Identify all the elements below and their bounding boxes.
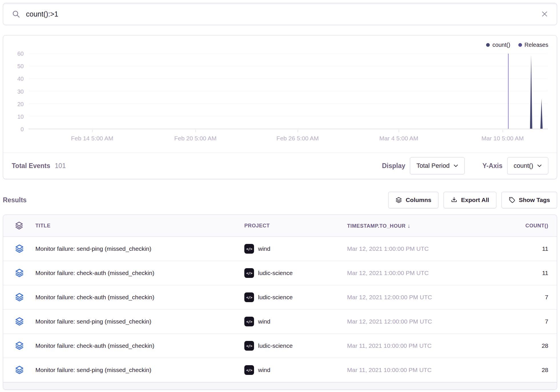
search-input[interactable]: count():>1	[26, 10, 541, 18]
timestamp-cell: Mar 11, 2021 10:00:00 PM UTC	[347, 342, 491, 349]
layers-icon	[395, 197, 402, 203]
x-tick-mark	[298, 130, 298, 132]
results-heading: Results	[3, 196, 27, 204]
platform-icon: </>	[244, 268, 254, 278]
count-cell: 7	[491, 318, 548, 325]
legend-label: Releases	[525, 42, 548, 48]
timestamp-cell: Mar 12, 2021 12:00:00 PM UTC	[347, 318, 491, 325]
columns-button[interactable]: Columns	[388, 192, 438, 208]
event-title: Monitor failure: send-ping (missed_check…	[35, 367, 244, 373]
export-all-button-label: Export All	[461, 197, 489, 203]
y-tick-label: 20	[3, 101, 24, 107]
event-title: Monitor failure: check-auth (missed_chec…	[35, 342, 244, 349]
total-events-label: Total Events	[12, 162, 50, 170]
column-header-project[interactable]: PROJECT	[244, 223, 347, 229]
layers-icon	[15, 244, 24, 254]
project-cell: </> wind	[244, 317, 347, 326]
y-tick-label: 60	[3, 50, 24, 57]
legend-item-releases[interactable]: Releases	[518, 42, 548, 48]
table-footer	[3, 382, 557, 390]
project-cell: </> ludic-science	[244, 341, 347, 351]
display-dropdown-value: Total Period	[416, 162, 450, 169]
sort-desc-icon: ↓	[407, 223, 410, 229]
columns-button-label: Columns	[406, 197, 431, 203]
event-title: Monitor failure: check-auth (missed_chec…	[35, 270, 244, 276]
chart-legend: count() Releases	[486, 42, 548, 48]
y-tick-label: 30	[3, 88, 24, 95]
clear-search-icon[interactable]	[541, 10, 548, 18]
x-tick-mark	[196, 130, 196, 132]
project-name: wind	[258, 245, 270, 252]
legend-label: count()	[492, 42, 510, 48]
export-all-button[interactable]: Export All	[444, 192, 496, 208]
layers-icon	[15, 341, 24, 351]
table-row[interactable]: Monitor failure: send-ping (missed_check…	[3, 310, 557, 334]
search-icon	[12, 10, 20, 18]
yaxis-dropdown[interactable]: count()	[507, 157, 548, 174]
event-title: Monitor failure: check-auth (missed_chec…	[35, 294, 244, 301]
x-tick-mark	[503, 130, 503, 132]
table-row[interactable]: Monitor failure: send-ping (missed_check…	[3, 237, 557, 261]
timestamp-cell: Mar 12, 2021 1:00:00 PM UTC	[347, 270, 491, 276]
x-axis-labels: Feb 14 5:00 AMFeb 20 5:00 AMFeb 26 5:00 …	[29, 130, 548, 146]
chevron-down-icon	[454, 164, 458, 167]
events-chart	[29, 54, 548, 129]
platform-icon: </>	[244, 244, 254, 254]
layers-icon	[15, 365, 24, 375]
count-series-dot-icon	[486, 43, 490, 47]
table-row[interactable]: Monitor failure: send-ping (missed_check…	[3, 358, 557, 382]
table-row[interactable]: Monitor failure: check-auth (missed_chec…	[3, 334, 557, 358]
count-cell: 28	[491, 367, 548, 373]
count-cell: 28	[491, 342, 548, 349]
project-name: ludic-science	[258, 342, 293, 349]
platform-icon: </>	[244, 292, 254, 302]
column-header-title[interactable]: TITLE	[35, 223, 244, 229]
show-tags-button[interactable]: Show Tags	[501, 192, 557, 208]
x-tick-mark	[92, 130, 92, 132]
platform-icon: </>	[244, 317, 254, 326]
table-row[interactable]: Monitor failure: check-auth (missed_chec…	[3, 285, 557, 310]
x-tick-mark	[399, 130, 399, 132]
event-title: Monitor failure: send-ping (missed_check…	[35, 245, 244, 252]
layers-icon	[15, 268, 24, 278]
y-axis-labels: 0102030405060	[3, 54, 24, 129]
chart-footer: Total Events 101 Display Total Period Y-…	[3, 153, 557, 179]
count-cell: 11	[491, 270, 548, 276]
count-cell: 7	[491, 294, 548, 301]
column-header-count[interactable]: COUNT()	[491, 223, 548, 229]
project-name: wind	[258, 367, 270, 373]
y-tick-label: 50	[3, 63, 24, 70]
table-row[interactable]: Monitor failure: check-auth (missed_chec…	[3, 261, 557, 285]
count-cell: 11	[491, 245, 548, 252]
display-label: Display	[382, 162, 405, 170]
tag-icon	[509, 197, 515, 203]
project-cell: </> wind	[244, 244, 347, 254]
project-cell: </> wind	[244, 365, 347, 375]
timestamp-cell: Mar 12, 2021 12:00:00 PM UTC	[347, 294, 491, 301]
project-name: wind	[258, 318, 270, 325]
plot-area[interactable]	[29, 54, 548, 129]
layers-icon	[15, 292, 24, 302]
y-tick-label: 10	[3, 113, 24, 120]
x-tick-label: Feb 20 5:00 AM	[174, 135, 216, 142]
show-tags-button-label: Show Tags	[519, 197, 550, 203]
yaxis-label: Y-Axis	[482, 162, 502, 170]
download-icon	[451, 197, 458, 203]
search-bar[interactable]: count():>1	[3, 3, 557, 25]
column-header-timestamp[interactable]: TIMESTAMP.TO_HOUR↓	[347, 223, 491, 229]
x-tick-label: Feb 14 5:00 AM	[71, 135, 113, 142]
y-tick-label: 0	[3, 126, 24, 133]
platform-icon: </>	[244, 365, 254, 375]
display-dropdown[interactable]: Total Period	[410, 157, 465, 174]
x-tick-label: Feb 26 5:00 AM	[277, 135, 319, 142]
events-chart-panel: count() Releases 0102030405060 Feb 14 5:…	[3, 35, 557, 179]
project-cell: </> ludic-science	[244, 268, 347, 278]
chevron-down-icon	[537, 164, 542, 167]
legend-item-count[interactable]: count()	[486, 42, 510, 48]
timestamp-cell: Mar 11, 2021 10:00:00 PM UTC	[347, 367, 491, 373]
project-name: ludic-science	[258, 294, 293, 301]
results-header: Results Columns Export All	[3, 191, 557, 209]
layers-icon	[15, 317, 24, 326]
project-cell: </> ludic-science	[244, 292, 347, 302]
layers-icon	[15, 221, 24, 230]
